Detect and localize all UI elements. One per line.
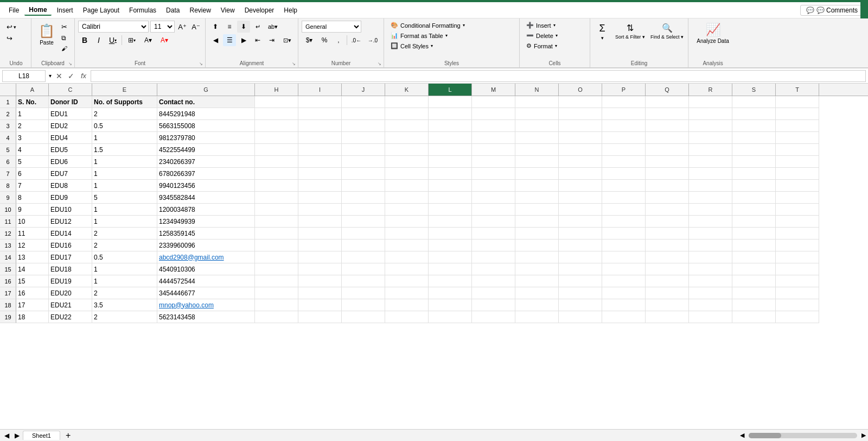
cell-a18[interactable]: 17 — [16, 299, 49, 311]
cancel-formula-button[interactable]: ✕ — [54, 71, 65, 81]
cell-l2[interactable] — [429, 108, 472, 120]
add-sheet-button[interactable]: + — [61, 431, 75, 440]
fill-color-button[interactable]: A▾ — [141, 34, 156, 46]
cell-h6[interactable] — [255, 156, 298, 168]
col-header-h[interactable]: H — [255, 84, 298, 96]
cell-n16[interactable] — [515, 275, 559, 287]
cell-m8[interactable] — [472, 180, 515, 192]
cell-s18[interactable] — [732, 299, 776, 311]
cell-c5[interactable]: EDU5 — [49, 144, 92, 156]
cell-c1[interactable]: Donor ID — [49, 96, 92, 108]
cell-m6[interactable] — [472, 156, 515, 168]
decrease-decimal-button[interactable]: .0← — [349, 34, 364, 46]
cell-e14[interactable]: 0.5 — [92, 251, 157, 263]
cell-c10[interactable]: EDU10 — [49, 204, 92, 216]
cell-h11[interactable] — [255, 216, 298, 228]
col-header-g[interactable]: G — [157, 84, 255, 96]
cell-h4[interactable] — [255, 132, 298, 144]
cell-c8[interactable]: EDU8 — [49, 180, 92, 192]
cell-o19[interactable] — [559, 311, 602, 323]
row-header[interactable]: 16 — [0, 275, 16, 287]
row-header[interactable]: 5 — [0, 144, 16, 156]
font-color-button[interactable]: A▾ — [157, 34, 172, 46]
cell-l9[interactable] — [429, 192, 472, 204]
cell-q12[interactable] — [646, 228, 689, 240]
cell-k13[interactable] — [385, 240, 429, 251]
cell-n8[interactable] — [515, 180, 559, 192]
cell-g6[interactable]: 2340266397 — [157, 156, 255, 168]
row-header[interactable]: 18 — [0, 299, 16, 311]
col-header-k[interactable]: K — [385, 84, 429, 96]
cell-l7[interactable] — [429, 168, 472, 180]
col-header-l[interactable]: L — [429, 84, 472, 96]
cell-j7[interactable] — [342, 168, 385, 180]
cell-m11[interactable] — [472, 216, 515, 228]
row-header[interactable]: 3 — [0, 120, 16, 132]
cell-k14[interactable] — [385, 251, 429, 263]
cell-e3[interactable]: 0.5 — [92, 120, 157, 132]
cell-h9[interactable] — [255, 192, 298, 204]
cell-t4[interactable] — [776, 132, 819, 144]
col-header-p[interactable]: P — [602, 84, 646, 96]
cell-e18[interactable]: 3.5 — [92, 299, 157, 311]
cell-r7[interactable] — [689, 168, 732, 180]
col-header-m[interactable]: M — [472, 84, 515, 96]
menu-page-layout[interactable]: Page Layout — [79, 5, 124, 15]
cell-k17[interactable] — [385, 287, 429, 299]
comma-button[interactable]: , — [332, 34, 345, 46]
cell-i17[interactable] — [298, 287, 342, 299]
cell-e6[interactable]: 1 — [92, 156, 157, 168]
cell-e2[interactable]: 2 — [92, 108, 157, 120]
menu-data[interactable]: Data — [162, 5, 184, 15]
cell-r3[interactable] — [689, 120, 732, 132]
cell-k2[interactable] — [385, 108, 429, 120]
sheet-tab[interactable]: Sheet1 — [23, 431, 60, 440]
cell-k11[interactable] — [385, 216, 429, 228]
cell-t9[interactable] — [776, 192, 819, 204]
cell-a8[interactable]: 7 — [16, 180, 49, 192]
cell-n11[interactable] — [515, 216, 559, 228]
row-header[interactable]: 15 — [0, 263, 16, 275]
decrease-indent-button[interactable]: ⇤ — [251, 34, 264, 46]
cell-m16[interactable] — [472, 275, 515, 287]
cell-k19[interactable] — [385, 311, 429, 323]
cell-e17[interactable]: 2 — [92, 287, 157, 299]
insert-button[interactable]: ➕ Insert ▾ — [523, 21, 586, 30]
cell-h1[interactable] — [255, 96, 298, 108]
row-header[interactable]: 7 — [0, 168, 16, 180]
cell-i8[interactable] — [298, 180, 342, 192]
menu-help[interactable]: Help — [279, 5, 302, 15]
cell-t14[interactable] — [776, 251, 819, 263]
cell-p19[interactable] — [602, 311, 646, 323]
cell-j8[interactable] — [342, 180, 385, 192]
cell-e19[interactable]: 2 — [92, 311, 157, 323]
cell-a2[interactable]: 1 — [16, 108, 49, 120]
cell-q10[interactable] — [646, 204, 689, 216]
cell-h17[interactable] — [255, 287, 298, 299]
cell-j16[interactable] — [342, 275, 385, 287]
cell-e8[interactable]: 1 — [92, 180, 157, 192]
menu-developer[interactable]: Developer — [240, 5, 279, 15]
cell-n19[interactable] — [515, 311, 559, 323]
cell-j18[interactable] — [342, 299, 385, 311]
cell-e10[interactable]: 1 — [92, 204, 157, 216]
cell-a1[interactable]: S. No. — [16, 96, 49, 108]
sort-filter-button[interactable]: ⇅ Sort & Filter ▾ — [613, 21, 647, 49]
cell-n12[interactable] — [515, 228, 559, 240]
cell-h14[interactable] — [255, 251, 298, 263]
col-header-n[interactable]: N — [515, 84, 559, 96]
cell-o1[interactable] — [559, 96, 602, 108]
cell-i10[interactable] — [298, 204, 342, 216]
cell-h10[interactable] — [255, 204, 298, 216]
cell-t7[interactable] — [776, 168, 819, 180]
col-header-c[interactable]: C — [49, 84, 92, 96]
row-header[interactable]: 19 — [0, 311, 16, 323]
cell-l16[interactable] — [429, 275, 472, 287]
redo-button[interactable]: ↪ — [4, 33, 28, 43]
cell-g17[interactable]: 3454446677 — [157, 287, 255, 299]
cell-m2[interactable] — [472, 108, 515, 120]
menu-insert[interactable]: Insert — [53, 5, 78, 15]
col-header-e[interactable]: E — [92, 84, 157, 96]
font-name-select[interactable]: Calibri — [78, 21, 149, 33]
align-bottom-button[interactable]: ⬇ — [237, 21, 250, 33]
